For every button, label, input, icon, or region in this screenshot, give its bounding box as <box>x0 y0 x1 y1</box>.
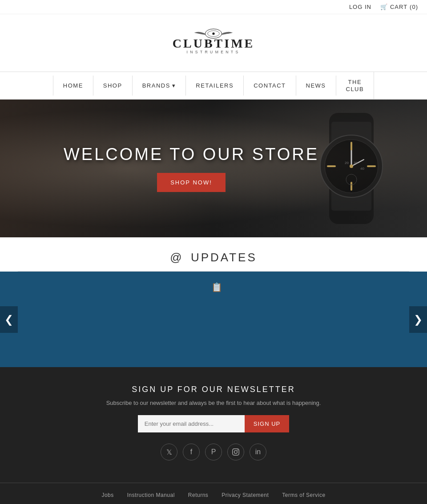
chevron-left-icon: ❮ <box>4 313 13 326</box>
footer-privacy-link[interactable]: Privacy Statement <box>222 492 269 498</box>
cart-count: (0) <box>410 4 418 10</box>
nav-brands-label: BRANDS <box>142 82 170 89</box>
slider-next-button[interactable]: ❯ <box>409 306 427 333</box>
nav-retailers[interactable]: RETAILERS <box>186 76 244 96</box>
signup-button[interactable]: SIGN UP <box>245 415 289 432</box>
logo-section: CLUBTIME INSTRUMENTS <box>0 14 427 72</box>
nav-the-club[interactable]: THE CLUB <box>336 72 375 99</box>
social-icons: 𝕏 f P in <box>9 444 418 460</box>
twitter-icon[interactable]: 𝕏 <box>161 444 177 460</box>
hero-title: WELCOME TO OUR STORE <box>64 145 319 164</box>
cart-icon: 🛒 <box>380 4 388 10</box>
hero-section: 20 30 40 WELCOME TO OUR STORE SHOP NOW! <box>0 100 427 237</box>
nav-club-line1: THE <box>348 79 362 86</box>
updates-label: UPDATES <box>191 251 257 264</box>
at-symbol: @ <box>170 251 183 264</box>
nav-club-line2: CLUB <box>346 86 364 93</box>
chevron-right-icon: ❯ <box>414 313 423 326</box>
main-nav: HOME SHOP BRANDS ▾ RETAILERS CONTACT NEW… <box>0 72 427 100</box>
newsletter-title: SIGN UP FOR OUR NEWSLETTER <box>9 385 418 394</box>
top-bar: LOG IN 🛒 CART (0) <box>0 0 427 14</box>
nav-brands[interactable]: BRANDS ▾ <box>133 76 186 96</box>
shop-now-button[interactable]: SHOP NOW! <box>157 173 226 192</box>
updates-slider: ❮ 📋 ❯ <box>0 272 427 367</box>
document-icon: 📋 <box>211 282 222 292</box>
svg-rect-10 <box>367 165 376 167</box>
nav-news[interactable]: NEWS <box>296 76 336 96</box>
svg-point-13 <box>350 164 353 168</box>
svg-rect-9 <box>327 165 336 167</box>
nav-contact[interactable]: CONTACT <box>244 76 296 96</box>
updates-section: @ UPDATES <box>0 237 427 272</box>
newsletter-section: SIGN UP FOR OUR NEWSLETTER Subscribe to … <box>0 367 427 483</box>
pinterest-icon[interactable]: P <box>205 444 222 460</box>
footer-links: Jobs Instruction Manual Returns Privacy … <box>0 483 427 504</box>
svg-point-2 <box>212 32 214 35</box>
svg-text:30: 30 <box>354 161 358 165</box>
brand-name: CLUBTIME <box>173 36 254 50</box>
newsletter-form: SIGN UP <box>9 415 418 432</box>
footer-terms-link[interactable]: Terms of Service <box>282 492 325 498</box>
footer-jobs-link[interactable]: Jobs <box>101 492 113 498</box>
svg-rect-8 <box>350 182 352 191</box>
cart-label: CART <box>390 4 407 10</box>
svg-text:40: 40 <box>360 167 364 171</box>
footer-returns-link[interactable]: Returns <box>188 492 209 498</box>
logo[interactable]: CLUBTIME INSTRUMENTS <box>169 23 258 63</box>
footer-instruction-manual-link[interactable]: Instruction Manual <box>127 492 175 498</box>
hero-content: WELCOME TO OUR STORE SHOP NOW! <box>64 145 319 192</box>
facebook-icon[interactable]: f <box>183 444 200 460</box>
svg-rect-7 <box>350 142 352 151</box>
linkedin-icon[interactable]: in <box>250 444 266 460</box>
nav-shop[interactable]: SHOP <box>93 76 133 96</box>
newsletter-subtitle: Subscribe to our newsletter and always b… <box>9 400 418 406</box>
nav-home[interactable]: HOME <box>53 76 93 96</box>
chevron-down-icon: ▾ <box>172 82 176 89</box>
updates-title: @ UPDATES <box>0 251 427 264</box>
login-link[interactable]: LOG IN <box>349 4 371 10</box>
brand-sub: INSTRUMENTS <box>186 50 240 54</box>
cart-link[interactable]: 🛒 CART (0) <box>380 4 418 10</box>
slider-prev-button[interactable]: ❮ <box>0 306 18 333</box>
instagram-icon[interactable] <box>227 444 244 460</box>
svg-text:20: 20 <box>345 161 349 165</box>
email-input[interactable] <box>138 415 245 432</box>
